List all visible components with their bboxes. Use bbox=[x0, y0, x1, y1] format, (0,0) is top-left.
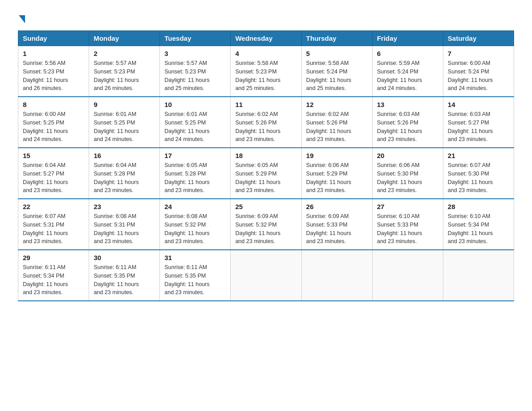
calendar-cell bbox=[301, 250, 372, 301]
logo-arrow-icon bbox=[19, 15, 25, 23]
calendar-cell: 26Sunrise: 6:09 AMSunset: 5:33 PMDayligh… bbox=[301, 199, 372, 250]
calendar-cell: 21Sunrise: 6:07 AMSunset: 5:30 PMDayligh… bbox=[443, 148, 514, 199]
day-info: Sunrise: 6:08 AMSunset: 5:31 PMDaylight:… bbox=[94, 212, 155, 246]
weekday-header-tuesday: Tuesday bbox=[160, 31, 231, 46]
day-number: 22 bbox=[23, 203, 84, 210]
day-info: Sunrise: 6:03 AMSunset: 5:26 PMDaylight:… bbox=[377, 110, 438, 144]
day-info: Sunrise: 6:04 AMSunset: 5:28 PMDaylight:… bbox=[94, 161, 155, 195]
day-number: 30 bbox=[94, 254, 155, 261]
calendar-cell: 9Sunrise: 6:01 AMSunset: 5:25 PMDaylight… bbox=[89, 97, 160, 148]
weekday-header-monday: Monday bbox=[89, 31, 160, 46]
calendar-cell: 22Sunrise: 6:07 AMSunset: 5:31 PMDayligh… bbox=[18, 199, 89, 250]
day-number: 4 bbox=[235, 50, 296, 57]
day-info: Sunrise: 6:02 AMSunset: 5:26 PMDaylight:… bbox=[235, 110, 296, 144]
day-number: 5 bbox=[306, 50, 368, 57]
day-info: Sunrise: 6:07 AMSunset: 5:30 PMDaylight:… bbox=[448, 161, 509, 195]
weekday-header-row: SundayMondayTuesdayWednesdayThursdayFrid… bbox=[18, 31, 514, 46]
day-number: 10 bbox=[164, 101, 226, 108]
day-number: 17 bbox=[164, 152, 226, 159]
calendar-cell: 7Sunrise: 6:00 AMSunset: 5:24 PMDaylight… bbox=[443, 46, 514, 97]
calendar-cell: 10Sunrise: 6:01 AMSunset: 5:25 PMDayligh… bbox=[160, 97, 231, 148]
day-number: 1 bbox=[23, 50, 84, 57]
day-info: Sunrise: 5:58 AMSunset: 5:23 PMDaylight:… bbox=[235, 59, 296, 93]
calendar-cell: 13Sunrise: 6:03 AMSunset: 5:26 PMDayligh… bbox=[372, 97, 443, 148]
calendar-cell: 25Sunrise: 6:09 AMSunset: 5:32 PMDayligh… bbox=[231, 199, 301, 250]
calendar-cell: 24Sunrise: 6:08 AMSunset: 5:32 PMDayligh… bbox=[160, 199, 231, 250]
day-number: 8 bbox=[23, 101, 84, 108]
day-number: 9 bbox=[94, 101, 155, 108]
day-info: Sunrise: 6:06 AMSunset: 5:29 PMDaylight:… bbox=[306, 161, 368, 195]
calendar-cell: 12Sunrise: 6:02 AMSunset: 5:26 PMDayligh… bbox=[301, 97, 372, 148]
day-info: Sunrise: 6:05 AMSunset: 5:29 PMDaylight:… bbox=[235, 161, 296, 195]
calendar-cell: 14Sunrise: 6:03 AMSunset: 5:27 PMDayligh… bbox=[443, 97, 514, 148]
calendar-cell: 16Sunrise: 6:04 AMSunset: 5:28 PMDayligh… bbox=[89, 148, 160, 199]
weekday-header-thursday: Thursday bbox=[301, 31, 372, 46]
calendar-cell: 31Sunrise: 6:11 AMSunset: 5:35 PMDayligh… bbox=[160, 250, 231, 301]
day-info: Sunrise: 5:58 AMSunset: 5:24 PMDaylight:… bbox=[306, 59, 368, 93]
day-number: 2 bbox=[94, 50, 155, 57]
day-number: 14 bbox=[448, 101, 509, 108]
day-info: Sunrise: 6:08 AMSunset: 5:32 PMDaylight:… bbox=[164, 212, 226, 246]
calendar-week-row: 29Sunrise: 6:11 AMSunset: 5:34 PMDayligh… bbox=[18, 250, 514, 301]
calendar-cell: 4Sunrise: 5:58 AMSunset: 5:23 PMDaylight… bbox=[231, 46, 301, 97]
calendar-cell: 15Sunrise: 6:04 AMSunset: 5:27 PMDayligh… bbox=[18, 148, 89, 199]
day-number: 6 bbox=[377, 50, 438, 57]
day-info: Sunrise: 6:09 AMSunset: 5:33 PMDaylight:… bbox=[306, 212, 368, 246]
day-number: 21 bbox=[448, 152, 509, 159]
day-number: 25 bbox=[235, 203, 296, 210]
calendar-cell: 5Sunrise: 5:58 AMSunset: 5:24 PMDaylight… bbox=[301, 46, 372, 97]
weekday-header-wednesday: Wednesday bbox=[231, 31, 301, 46]
day-number: 7 bbox=[448, 50, 509, 57]
day-info: Sunrise: 6:03 AMSunset: 5:27 PMDaylight:… bbox=[448, 110, 509, 144]
day-number: 16 bbox=[94, 152, 155, 159]
day-info: Sunrise: 5:56 AMSunset: 5:23 PMDaylight:… bbox=[23, 59, 84, 93]
calendar-cell: 6Sunrise: 5:59 AMSunset: 5:24 PMDaylight… bbox=[372, 46, 443, 97]
day-number: 28 bbox=[448, 203, 509, 210]
calendar-cell: 2Sunrise: 5:57 AMSunset: 5:23 PMDaylight… bbox=[89, 46, 160, 97]
calendar-cell: 29Sunrise: 6:11 AMSunset: 5:34 PMDayligh… bbox=[18, 250, 89, 301]
day-number: 29 bbox=[23, 254, 84, 261]
calendar-cell bbox=[372, 250, 443, 301]
day-number: 31 bbox=[164, 254, 226, 261]
weekday-header-saturday: Saturday bbox=[443, 31, 514, 46]
calendar-week-row: 15Sunrise: 6:04 AMSunset: 5:27 PMDayligh… bbox=[18, 148, 514, 199]
calendar-cell bbox=[443, 250, 514, 301]
day-info: Sunrise: 5:57 AMSunset: 5:23 PMDaylight:… bbox=[164, 59, 226, 93]
day-info: Sunrise: 6:00 AMSunset: 5:25 PMDaylight:… bbox=[23, 110, 84, 144]
day-number: 11 bbox=[235, 101, 296, 108]
day-number: 24 bbox=[164, 203, 226, 210]
calendar-cell: 11Sunrise: 6:02 AMSunset: 5:26 PMDayligh… bbox=[231, 97, 301, 148]
calendar-week-row: 22Sunrise: 6:07 AMSunset: 5:31 PMDayligh… bbox=[18, 199, 514, 250]
day-info: Sunrise: 6:06 AMSunset: 5:30 PMDaylight:… bbox=[377, 161, 438, 195]
weekday-header-friday: Friday bbox=[372, 31, 443, 46]
calendar-cell: 8Sunrise: 6:00 AMSunset: 5:25 PMDaylight… bbox=[18, 97, 89, 148]
logo bbox=[18, 13, 25, 21]
day-number: 26 bbox=[306, 203, 368, 210]
day-info: Sunrise: 6:07 AMSunset: 5:31 PMDaylight:… bbox=[23, 212, 84, 246]
day-info: Sunrise: 6:11 AMSunset: 5:35 PMDaylight:… bbox=[164, 263, 226, 297]
day-number: 19 bbox=[306, 152, 368, 159]
calendar-cell bbox=[231, 250, 301, 301]
calendar-cell: 1Sunrise: 5:56 AMSunset: 5:23 PMDaylight… bbox=[18, 46, 89, 97]
day-info: Sunrise: 6:02 AMSunset: 5:26 PMDaylight:… bbox=[306, 110, 368, 144]
day-info: Sunrise: 6:00 AMSunset: 5:24 PMDaylight:… bbox=[448, 59, 509, 93]
day-info: Sunrise: 6:05 AMSunset: 5:28 PMDaylight:… bbox=[164, 161, 226, 195]
day-number: 3 bbox=[164, 50, 226, 57]
day-info: Sunrise: 5:57 AMSunset: 5:23 PMDaylight:… bbox=[94, 59, 155, 93]
calendar-cell: 20Sunrise: 6:06 AMSunset: 5:30 PMDayligh… bbox=[372, 148, 443, 199]
day-info: Sunrise: 6:04 AMSunset: 5:27 PMDaylight:… bbox=[23, 161, 84, 195]
weekday-header-sunday: Sunday bbox=[18, 31, 89, 46]
day-info: Sunrise: 6:01 AMSunset: 5:25 PMDaylight:… bbox=[164, 110, 226, 144]
calendar-cell: 3Sunrise: 5:57 AMSunset: 5:23 PMDaylight… bbox=[160, 46, 231, 97]
day-info: Sunrise: 5:59 AMSunset: 5:24 PMDaylight:… bbox=[377, 59, 438, 93]
day-info: Sunrise: 6:09 AMSunset: 5:32 PMDaylight:… bbox=[235, 212, 296, 246]
day-number: 23 bbox=[94, 203, 155, 210]
day-number: 13 bbox=[377, 101, 438, 108]
day-number: 27 bbox=[377, 203, 438, 210]
calendar-week-row: 1Sunrise: 5:56 AMSunset: 5:23 PMDaylight… bbox=[18, 46, 514, 97]
page-header bbox=[18, 13, 514, 21]
day-info: Sunrise: 6:10 AMSunset: 5:34 PMDaylight:… bbox=[448, 212, 509, 246]
day-number: 18 bbox=[235, 152, 296, 159]
calendar-cell: 18Sunrise: 6:05 AMSunset: 5:29 PMDayligh… bbox=[231, 148, 301, 199]
day-number: 20 bbox=[377, 152, 438, 159]
